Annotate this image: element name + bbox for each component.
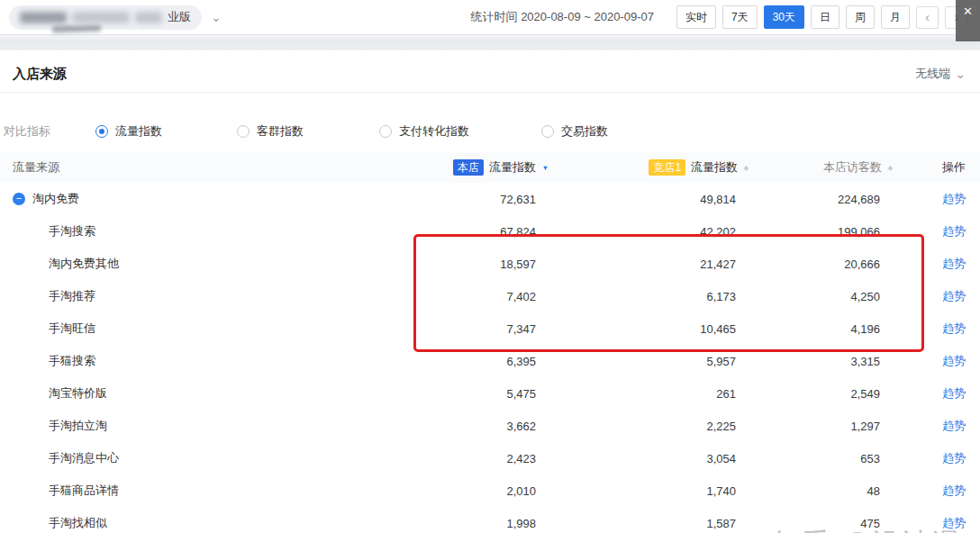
trend-link[interactable]: 趋势 [942,483,966,497]
chevron-down-icon[interactable]: ⌄ [211,11,222,23]
column-header-shop-index[interactable]: 本店 流量指数 ▼ [414,159,536,176]
time-button-实时[interactable]: 实时 [676,5,716,29]
shop-index-value: 6,395 [414,355,536,368]
shop-visitors-value: 475 [736,517,880,530]
shop-badge: 本店 [453,159,484,176]
time-button-日[interactable]: 日 [811,5,839,29]
time-button-周[interactable]: 周 [846,5,875,29]
radio-selected-icon[interactable] [95,125,108,138]
brand-suffix-label: 业版 [168,9,191,25]
trend-link[interactable]: 趋势 [942,321,966,335]
radio-option-label: 支付转化指数 [399,123,469,140]
compare-metric-options: 流量指数客群指数支付转化指数交易指数 [95,123,608,140]
shop-index-value: 67,824 [414,225,536,239]
trend-link[interactable]: 趋势 [942,192,966,205]
brand-logo-blurred [20,12,67,23]
time-button-月[interactable]: 月 [881,5,910,29]
sort-desc-icon[interactable]: ▼ [542,164,549,172]
close-overlay-button[interactable]: ✕ [956,0,980,41]
compare-metric-label: 对比指标 [4,123,50,140]
brand-name-blurred [72,12,130,23]
collapse-icon[interactable]: − [13,193,25,205]
radio-option-流量指数[interactable]: 流量指数 [95,123,162,140]
time-button-7天[interactable]: 7天 [722,5,758,29]
table-header-row: 流量来源 本店 流量指数 ▼ 竞店1 流量指数 ◆ 本店访客数 ◆ 操作 [0,152,980,183]
table-body: −淘内免费72,63149,814224,689趋势手淘搜索67,82442,2… [0,183,980,533]
competitor-index-value: 21,427 [536,257,736,271]
source-name-label: 手淘找相似 [49,515,107,531]
shop-index-value: 7,347 [414,322,536,336]
competitor-index-value: 6,173 [536,290,736,303]
competitor-index-value: 2,225 [536,420,736,433]
terminal-select-value: 无线端 [915,66,950,82]
competitor-index-value: 261 [536,387,736,401]
shop-index-value: 7,402 [414,290,536,303]
brand-name-blurred [135,12,162,23]
source-name-label: 淘内免费其他 [49,256,119,272]
topbar: 业版 ⌄ 统计时间 2020-08-09 ~ 2020-09-07 实时7天30… [0,0,980,34]
brand-pill[interactable]: 业版 [9,5,202,30]
shop-visitors-value: 4,196 [736,322,880,336]
radio-option-label: 交易指数 [561,123,608,140]
section-title: 入店来源 [13,66,67,83]
trend-link[interactable]: 趋势 [942,289,966,303]
source-name-label: 手猫搜索 [49,353,95,369]
competitor-index-value: 1,587 [536,517,736,530]
trend-link[interactable]: 趋势 [942,516,966,529]
table-row: 手淘搜索67,82442,202199,066趋势 [0,215,980,248]
time-button-30天[interactable]: 30天 [764,5,804,29]
column-header-shop-visitors[interactable]: 本店访客数 ◆ [736,159,880,176]
trend-link[interactable]: 趋势 [942,257,966,270]
competitor-badge: 竞店1 [649,159,685,176]
trend-link[interactable]: 趋势 [942,419,966,432]
shop-visitors-value: 3,315 [736,355,880,368]
trend-link[interactable]: 趋势 [942,386,966,400]
compare-metric-filter: 对比指标 流量指数客群指数支付转化指数交易指数 [0,111,980,152]
radio-icon[interactable] [237,125,250,138]
terminal-select[interactable]: 无线端 ⌄ [915,66,966,82]
trend-link[interactable]: 趋势 [942,354,966,367]
shop-visitors-value: 4,250 [736,290,880,303]
column-header-action: 操作 [880,159,980,176]
competitor-index-value: 1,740 [536,484,736,498]
sort-icon[interactable]: ◆ [888,164,894,172]
trend-link[interactable]: 趋势 [942,451,966,465]
competitor-index-value: 3,054 [536,452,736,465]
column-label: 流量指数 [691,159,738,176]
shop-visitors-value: 48 [736,484,880,498]
column-header-source[interactable]: 流量来源 [0,159,414,176]
column-label: 本店访客数 [823,159,882,176]
radio-option-交易指数[interactable]: 交易指数 [541,123,608,140]
page-background-band [0,34,980,50]
radio-icon[interactable] [379,125,392,138]
shop-index-value: 2,423 [414,452,536,465]
radio-option-客群指数[interactable]: 客群指数 [237,123,304,140]
shop-visitors-value: 2,549 [736,387,880,401]
source-name-label: 手淘消息中心 [49,450,119,466]
shop-index-value: 18,597 [414,257,536,271]
trend-link[interactable]: 趋势 [942,224,966,238]
table-row: 手淘拍立淘3,6622,2251,297趋势 [0,410,980,442]
stat-time-label: 统计时间 2020-08-09 ~ 2020-09-07 [471,9,654,25]
table-row: 手猫搜索6,3955,9573,315趋势 [0,345,980,377]
column-header-competitor-index[interactable]: 竞店1 流量指数 ◆ [536,159,736,176]
prev-period-button[interactable]: ‹ [916,6,939,29]
shop-index-value: 5,475 [414,387,536,401]
radio-option-label: 流量指数 [115,123,162,140]
divider [0,92,980,93]
radio-icon[interactable] [541,125,554,138]
shop-index-value: 1,998 [414,517,536,530]
shop-visitors-value: 1,297 [736,420,880,433]
table-row: 手淘找相似1,9981,587475趋势 [0,507,980,533]
sort-icon[interactable]: ◆ [744,164,749,172]
table-row: 淘内免费其他18,59721,42720,666趋势 [0,248,980,280]
brand-area[interactable]: 业版 ⌄ [9,5,222,30]
competitor-index-value: 10,465 [536,322,736,336]
date-range-controls: 统计时间 2020-08-09 ~ 2020-09-07 实时7天30天日周月 … [471,5,967,29]
redacted-text-blur [52,24,101,33]
source-name-label: 淘宝特价版 [49,385,107,402]
shop-index-value: 72,631 [414,193,536,206]
radio-option-支付转化指数[interactable]: 支付转化指数 [379,123,469,140]
shop-visitors-value: 199,066 [736,225,880,239]
competitor-index-value: 5,957 [536,355,736,368]
